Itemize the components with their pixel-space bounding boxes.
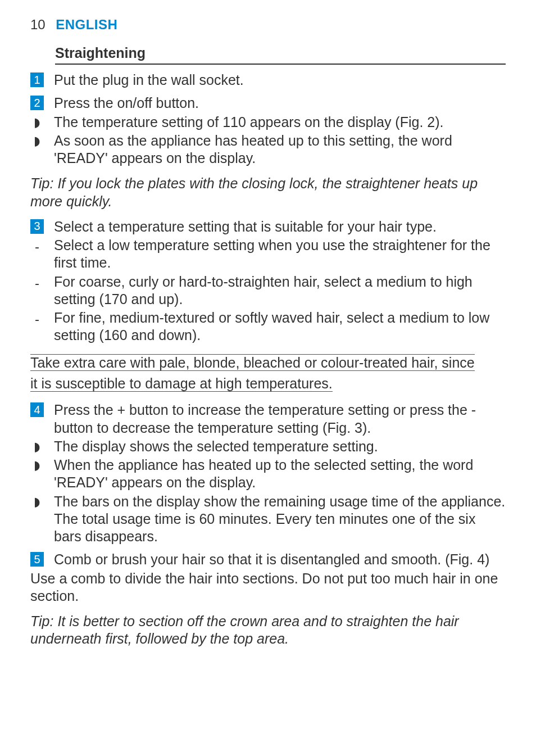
step-5: 5 Comb or brush your hair so that it is … <box>30 551 506 568</box>
page-number: 10 <box>30 17 46 32</box>
step-badge: 2 <box>30 96 44 110</box>
triangle-icon: ◗ <box>30 439 44 455</box>
sub-text: As soon as the appliance has heated up t… <box>54 132 506 168</box>
sub-bullet: ◗ The bars on the display show the remai… <box>30 493 506 546</box>
sub-text: The temperature setting of 110 appears o… <box>54 114 443 131</box>
step-2: 2 Press the on/off button. <box>30 94 506 112</box>
step-badge: 1 <box>30 73 44 87</box>
step-text: Comb or brush your hair so that it is di… <box>54 551 489 568</box>
section-title: Straightening <box>55 45 506 61</box>
sub-bullet: ◗ When the appliance has heated up to th… <box>30 456 506 492</box>
manual-page: 10 ENGLISH Straightening 1 Put the plug … <box>0 0 536 673</box>
step-4: 4 Press the + button to increase the tem… <box>30 401 506 437</box>
step-badge: 3 <box>30 219 44 234</box>
step-text: Press the on/off button. <box>54 94 199 112</box>
sub-bullet: ◗ The display shows the selected tempera… <box>30 438 506 455</box>
triangle-icon: ◗ <box>30 494 44 510</box>
sub-text: The bars on the display show the remaini… <box>54 493 506 546</box>
sub-dash: - Select a low temperature setting when … <box>30 237 506 272</box>
dash-icon: - <box>30 238 44 255</box>
dash-icon: - <box>30 310 44 328</box>
warning-line: Take extra care with pale, blonde, bleac… <box>30 354 475 371</box>
language-label: ENGLISH <box>56 17 117 32</box>
step-1: 1 Put the plug in the wall socket. <box>30 71 506 89</box>
sub-text: Select a low temperature setting when yo… <box>54 237 506 272</box>
step-text: Select a temperature setting that is sui… <box>54 218 437 236</box>
sub-text: When the appliance has heated up to the … <box>54 456 506 492</box>
page-header: 10 ENGLISH <box>30 17 506 33</box>
body-text: Use a comb to divide the hair into secti… <box>30 570 506 605</box>
triangle-icon: ◗ <box>30 133 44 150</box>
step-text: Press the + button to increase the tempe… <box>54 401 506 437</box>
step-badge: 5 <box>30 552 44 567</box>
sub-bullet: ◗ The temperature setting of 110 appears… <box>30 114 506 131</box>
sub-text: The display shows the selected temperatu… <box>54 438 378 455</box>
triangle-icon: ◗ <box>30 458 44 474</box>
section-rule <box>55 64 506 65</box>
step-badge: 4 <box>30 402 44 417</box>
sub-dash: - For coarse, curly or hard-to-straighte… <box>30 273 506 309</box>
warning-line: it is susceptible to damage at high temp… <box>30 375 333 392</box>
step-text: Put the plug in the wall socket. <box>54 71 244 89</box>
sub-text: For fine, medium-textured or softly wave… <box>54 309 506 345</box>
tip-text: Tip: It is better to section off the cro… <box>30 613 506 648</box>
warning-block: Take extra care with pale, blonde, bleac… <box>30 352 506 394</box>
sub-dash: - For fine, medium-textured or softly wa… <box>30 309 506 345</box>
step-3: 3 Select a temperature setting that is s… <box>30 218 506 236</box>
sub-text: For coarse, curly or hard-to-straighten … <box>54 273 506 309</box>
dash-icon: - <box>30 274 44 292</box>
triangle-icon: ◗ <box>30 115 44 131</box>
tip-text: Tip: If you lock the plates with the clo… <box>30 175 506 210</box>
sub-bullet: ◗ As soon as the appliance has heated up… <box>30 132 506 168</box>
